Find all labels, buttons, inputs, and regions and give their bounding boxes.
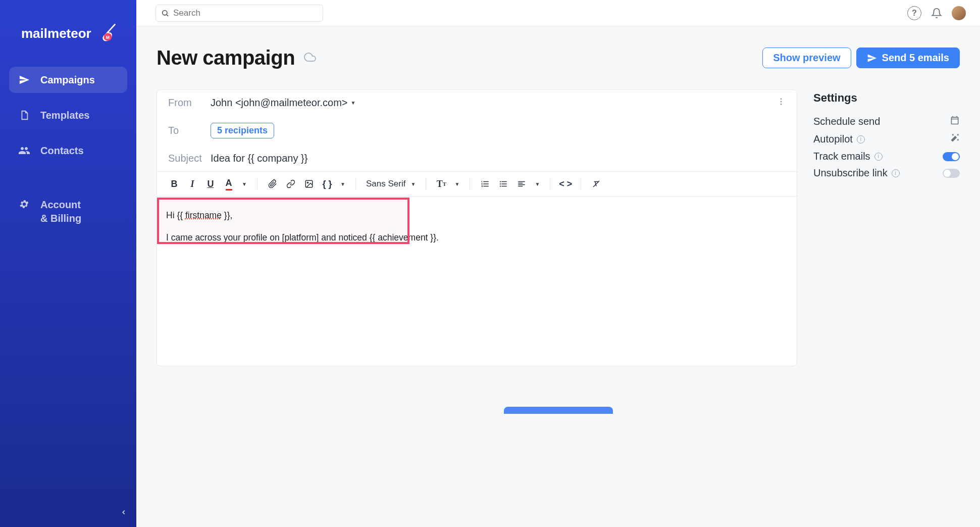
sidebar-item-label: Contacts	[40, 145, 84, 157]
attachment-button[interactable]	[265, 176, 281, 192]
more-options-button[interactable]	[777, 97, 786, 109]
subject-input[interactable]	[211, 153, 786, 164]
svg-point-5	[781, 104, 782, 105]
sidebar-item-label: Account & Billing	[40, 198, 81, 225]
setting-schedule-send[interactable]: Schedule send	[813, 113, 960, 130]
svg-point-4	[781, 101, 782, 103]
setting-track-emails: Track emails i	[813, 148, 960, 165]
search-icon	[161, 9, 169, 17]
info-icon: i	[892, 169, 900, 177]
ordered-list-button[interactable]	[477, 176, 493, 192]
email-composer: From John <john@mailmeteor.com> ▼ To 5 r…	[157, 89, 797, 366]
chevron-down-icon[interactable]: ▼	[451, 176, 462, 192]
content: New campaign Show preview Send 5 emails	[136, 26, 980, 527]
underline-button[interactable]: U	[202, 176, 219, 192]
unordered-list-button[interactable]	[495, 176, 511, 192]
workarea: From John <john@mailmeteor.com> ▼ To 5 r…	[157, 89, 960, 366]
send-icon	[867, 53, 877, 63]
chevron-down-icon: ▼	[410, 181, 416, 187]
chevron-down-icon[interactable]: ▼	[532, 176, 543, 192]
email-body-text[interactable]: Hi {{ firstname }}, I came across your p…	[157, 197, 797, 266]
sidebar-item-templates[interactable]: Templates	[9, 102, 127, 128]
font-size-button[interactable]: TT	[433, 176, 449, 192]
send-emails-button[interactable]: Send 5 emails	[856, 47, 960, 68]
brand-logo[interactable]: mailmeteor M	[0, 0, 136, 67]
partial-button[interactable]	[504, 407, 613, 414]
chevron-down-icon[interactable]: ▼	[337, 176, 348, 192]
subject-label: Subject	[168, 153, 211, 164]
sidebar-item-account-billing[interactable]: Account & Billing	[9, 191, 127, 232]
from-dropdown[interactable]: John <john@mailmeteor.com> ▼	[211, 97, 355, 109]
notifications-button[interactable]	[930, 6, 944, 20]
to-label: To	[168, 125, 211, 136]
variables-button[interactable]: { }	[319, 176, 335, 192]
clear-formatting-button[interactable]	[588, 176, 604, 192]
font-family-select[interactable]: Sans Serif ▼	[363, 179, 419, 189]
image-button[interactable]	[301, 176, 317, 192]
to-row: To 5 recipients	[157, 116, 797, 146]
sidebar-item-contacts[interactable]: Contacts	[9, 137, 127, 164]
settings-title: Settings	[813, 91, 960, 105]
sidebar-item-label: Campaigns	[40, 74, 95, 86]
svg-point-7	[307, 182, 308, 183]
subject-row: Subject	[157, 146, 797, 171]
editor-toolbar: B I U A ▼	[157, 171, 797, 197]
sidebar: mailmeteor M Campaigns Templates Contact…	[0, 0, 136, 527]
search-box[interactable]	[156, 5, 323, 22]
help-button[interactable]: ?	[907, 6, 921, 20]
search-input[interactable]	[173, 8, 318, 18]
sidebar-item-label: Templates	[40, 110, 89, 121]
sidebar-item-campaigns[interactable]: Campaigns	[9, 67, 127, 93]
calendar-icon	[950, 115, 960, 128]
bold-button[interactable]: B	[166, 176, 182, 192]
svg-text:M: M	[106, 35, 110, 40]
document-icon	[18, 109, 30, 121]
show-preview-button[interactable]: Show preview	[762, 47, 851, 68]
info-icon: i	[874, 153, 883, 161]
setting-unsubscribe-link: Unsubscribe link i	[813, 165, 960, 181]
sidebar-nav: Campaigns Templates Contacts Account & B…	[0, 67, 136, 232]
gear-icon	[18, 198, 30, 210]
editor-body[interactable]: Hi {{ firstname }}, I came across your p…	[157, 197, 797, 366]
recipients-badge[interactable]: 5 recipients	[211, 123, 274, 138]
setting-autopilot[interactable]: Autopilot i	[813, 130, 960, 148]
main-area: ? New campaign Show preview Send 5 email…	[136, 0, 980, 527]
page-title: New campaign	[157, 46, 295, 69]
info-icon: i	[857, 135, 865, 143]
page-header: New campaign Show preview Send 5 emails	[157, 46, 960, 69]
svg-point-2	[163, 10, 167, 15]
italic-button[interactable]: I	[184, 176, 200, 192]
send-icon	[18, 74, 30, 86]
from-row: From John <john@mailmeteor.com> ▼	[157, 90, 797, 116]
chevron-down-icon[interactable]: ▼	[239, 176, 250, 192]
link-button[interactable]	[283, 176, 299, 192]
align-button[interactable]	[513, 176, 530, 192]
unsubscribe-link-toggle[interactable]	[943, 169, 960, 178]
chevron-down-icon: ▼	[351, 100, 356, 106]
cloud-save-icon	[304, 51, 316, 65]
code-view-button[interactable]: < >	[557, 176, 574, 192]
bottom-stub	[157, 366, 960, 414]
topbar: ?	[136, 0, 980, 26]
people-icon	[18, 145, 30, 157]
track-emails-toggle[interactable]	[943, 152, 960, 161]
avatar[interactable]	[952, 6, 966, 20]
mailmeteor-icon: M	[95, 23, 117, 44]
collapse-sidebar-button[interactable]	[120, 509, 127, 518]
settings-pane: Settings Schedule send Autopilot i	[813, 89, 960, 366]
text-color-button[interactable]: A	[221, 176, 237, 192]
magic-wand-icon	[950, 133, 960, 146]
brand-name: mailmeteor	[21, 26, 91, 41]
svg-point-3	[781, 98, 782, 100]
from-label: From	[168, 97, 211, 109]
